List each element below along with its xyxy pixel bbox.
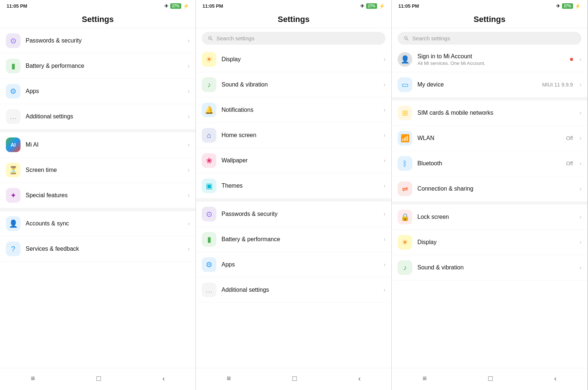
- settings-item-themes[interactable]: ▣Themes›: [196, 173, 391, 199]
- section-divider: [0, 208, 196, 211]
- menu-button[interactable]: ≡: [415, 373, 434, 384]
- settings-item-battery2[interactable]: ▮Battery & performance›: [196, 227, 391, 252]
- simcards-chevron: ›: [580, 110, 581, 116]
- plane-icon: ✈: [556, 3, 560, 9]
- mydevice-icon: ▭: [398, 77, 412, 92]
- display2-label: Display: [417, 239, 574, 246]
- menu-button[interactable]: ≡: [23, 373, 42, 384]
- additional-chevron: ›: [188, 113, 190, 120]
- phone-panel-2: 11:05 PM ✈ 27% ⚡ Settings Search setting…: [196, 0, 392, 390]
- settings-item-bluetooth[interactable]: ᛒBluetoothOff›: [392, 151, 587, 176]
- settings-item-apps[interactable]: ⚙Apps›: [0, 79, 196, 104]
- services-chevron: ›: [188, 246, 190, 252]
- connection-label: Connection & sharing: [417, 185, 574, 192]
- passwords-icon: ⊙: [6, 33, 21, 48]
- mydevice-label: My device: [417, 81, 537, 88]
- section-divider: [0, 129, 196, 132]
- settings-item-simcards[interactable]: ⊞SIM cards & mobile networks›: [392, 100, 587, 126]
- screentime-chevron: ›: [188, 167, 190, 173]
- wlan-label: WLAN: [417, 135, 561, 141]
- accounts-chevron: ›: [188, 220, 190, 227]
- settings-item-special[interactable]: ✦Special features›: [0, 183, 196, 208]
- search-bar-wrapper: Search settings: [196, 28, 391, 47]
- special-icon: ✦: [6, 188, 21, 203]
- section-divider: [392, 98, 587, 100]
- settings-item-services[interactable]: ?Services & feedback›: [0, 236, 196, 262]
- apps2-label: Apps: [222, 261, 379, 268]
- miaccount-label: Sign in to Mi Account: [417, 53, 565, 60]
- status-bar: 11:05 PM ✈ 27% ⚡: [196, 0, 391, 10]
- themes-label: Themes: [222, 183, 379, 189]
- settings-item-wallpaper[interactable]: ❀Wallpaper›: [196, 148, 391, 173]
- back-button[interactable]: ‹: [351, 373, 368, 384]
- miai-chevron: ›: [188, 141, 190, 148]
- settings-item-miai[interactable]: AIMi AI›: [0, 132, 196, 158]
- settings-item-additional2[interactable]: …Additional settings›: [196, 277, 391, 303]
- display2-chevron: ›: [580, 239, 581, 246]
- additional2-icon: …: [202, 283, 216, 297]
- screentime-icon: ⏳: [6, 163, 21, 177]
- mydevice-badge: MIUI 11 9.9.9: [542, 82, 573, 88]
- display-text: Display: [222, 56, 379, 63]
- apps-text: Apps: [26, 88, 183, 95]
- notifications-label: Notifications: [222, 107, 379, 113]
- menu-button[interactable]: ≡: [219, 373, 238, 384]
- status-time: 11:05 PM: [202, 3, 223, 9]
- settings-item-passwords2[interactable]: ⊙Passwords & security›: [196, 202, 391, 227]
- settings-item-passwords[interactable]: ⊙Passwords & security›: [0, 28, 196, 54]
- wallpaper-chevron: ›: [384, 157, 386, 164]
- lockscreen-icon: 🔒: [398, 210, 412, 224]
- settings-item-homescreen[interactable]: ⌂Home screen›: [196, 123, 391, 148]
- services-icon: ?: [6, 242, 21, 256]
- additional2-chevron: ›: [384, 287, 386, 293]
- settings-item-accounts[interactable]: 👤Accounts & sync›: [0, 211, 196, 236]
- home-button[interactable]: □: [285, 373, 304, 384]
- settings-item-miaccount[interactable]: 👤Sign in to Mi AccountAll Mi services. O…: [392, 47, 587, 72]
- home-button[interactable]: □: [481, 373, 500, 384]
- special-chevron: ›: [188, 192, 190, 199]
- search-placeholder: Search settings: [412, 35, 450, 41]
- search-bar[interactable]: Search settings: [398, 32, 581, 45]
- settings-item-lockscreen[interactable]: 🔒Lock screen›: [392, 205, 587, 230]
- settings-item-mydevice[interactable]: ▭My deviceMIUI 11 9.9.9›: [392, 72, 587, 98]
- settings-item-sound[interactable]: ♪Sound & vibration›: [196, 72, 391, 98]
- bluetooth-chevron: ›: [580, 160, 581, 167]
- sound2-text: Sound & vibration: [417, 264, 574, 271]
- settings-item-additional[interactable]: …Additional settings›: [0, 104, 196, 129]
- miai-icon: AI: [6, 137, 21, 152]
- settings-item-battery[interactable]: ▮Battery & performance›: [0, 54, 196, 79]
- wlan-icon: 📶: [398, 131, 412, 146]
- miaccount-icon: 👤: [398, 52, 412, 67]
- plane-icon: ✈: [164, 3, 168, 9]
- page-title: Settings: [0, 10, 196, 28]
- wallpaper-label: Wallpaper: [222, 157, 379, 164]
- settings-item-screentime[interactable]: ⏳Screen time›: [0, 158, 196, 183]
- additional-label: Additional settings: [26, 113, 183, 120]
- settings-item-sound2[interactable]: ♪Sound & vibration›: [392, 255, 587, 280]
- miaccount-text: Sign in to Mi AccountAll Mi services. On…: [417, 53, 565, 66]
- settings-item-wlan[interactable]: 📶WLANOff›: [392, 126, 587, 151]
- sound2-icon: ♪: [398, 260, 412, 275]
- wallpaper-text: Wallpaper: [222, 157, 379, 164]
- battery2-chevron: ›: [384, 236, 386, 243]
- display-icon: ☀: [202, 52, 216, 67]
- homescreen-label: Home screen: [222, 132, 379, 139]
- back-button[interactable]: ‹: [547, 373, 564, 384]
- battery-icon: ▮: [6, 59, 21, 73]
- home-button[interactable]: □: [89, 373, 108, 384]
- settings-item-notifications[interactable]: 🔔Notifications›: [196, 98, 391, 123]
- settings-item-connection[interactable]: ⇌Connection & sharing›: [392, 176, 587, 202]
- settings-item-display2[interactable]: ☀Display›: [392, 230, 587, 255]
- back-button[interactable]: ‹: [155, 373, 172, 384]
- connection-text: Connection & sharing: [417, 185, 574, 192]
- battery-indicator: 27%: [366, 3, 377, 9]
- settings-item-display[interactable]: ☀Display›: [196, 47, 391, 72]
- settings-item-apps2[interactable]: ⚙Apps›: [196, 252, 391, 277]
- miaccount-sublabel: All Mi services. One Mi Account.: [417, 60, 565, 66]
- search-bar[interactable]: Search settings: [202, 32, 386, 45]
- homescreen-icon: ⌂: [202, 128, 216, 143]
- bottom-nav: ≡□‹: [196, 368, 391, 390]
- apps-chevron: ›: [188, 88, 190, 95]
- phone-panel-1: 11:05 PM ✈ 27% ⚡ Settings⊙Passwords & se…: [0, 0, 196, 390]
- display2-text: Display: [417, 239, 574, 246]
